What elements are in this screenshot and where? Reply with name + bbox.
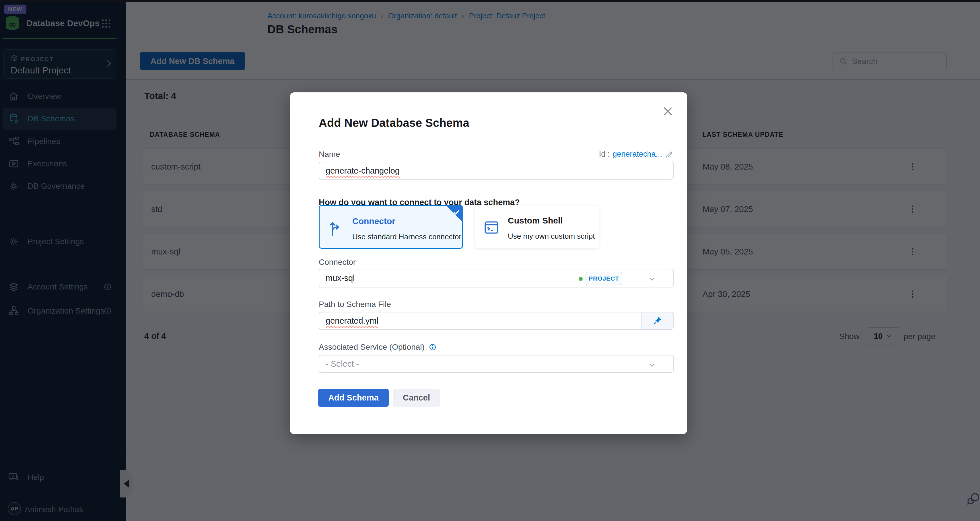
check-icon xyxy=(452,208,461,216)
path-value: generated.yml xyxy=(326,316,379,326)
name-input[interactable]: generate-changelog xyxy=(319,162,674,180)
associated-service-label: Associated Service (Optional) xyxy=(319,343,425,352)
chevron-down-icon xyxy=(648,275,656,283)
cancel-button[interactable]: Cancel xyxy=(393,389,440,407)
name-value: generate-changelog xyxy=(326,166,399,175)
add-db-schema-modal: Add New Database Schema Name Id : genera… xyxy=(290,92,687,434)
id-prefix: Id : xyxy=(599,150,610,159)
modal-title: Add New Database Schema xyxy=(319,116,469,129)
edit-pencil-icon[interactable] xyxy=(665,150,674,159)
option-subtitle: Use my own custom script xyxy=(508,232,595,241)
connector-label: Connector xyxy=(319,258,356,267)
connector-select[interactable]: mux-sql PROJECT xyxy=(319,269,674,287)
pin-icon xyxy=(653,316,662,326)
connector-value: mux-sql xyxy=(326,273,355,283)
path-input[interactable]: generated.yml xyxy=(319,312,674,330)
pin-section[interactable] xyxy=(641,312,673,329)
info-icon[interactable] xyxy=(429,343,437,351)
service-placeholder: - Select - xyxy=(326,359,359,369)
option-card-custom-shell[interactable]: Custom Shell Use my own custom script xyxy=(475,205,599,249)
status-dot xyxy=(579,277,583,281)
id-value-link[interactable]: generatecha... xyxy=(612,150,662,159)
close-icon[interactable] xyxy=(662,105,674,118)
id-line: Id : generatecha... xyxy=(319,150,674,159)
associated-service-row: Associated Service (Optional) xyxy=(319,343,437,352)
option-title: Connector xyxy=(352,216,395,226)
connector-fork-arrows-icon xyxy=(328,218,345,237)
add-schema-button[interactable]: Add Schema xyxy=(318,389,389,407)
option-subtitle: Use standard Harness connector xyxy=(352,233,461,241)
option-card-connector[interactable]: Connector Use standard Harness connector xyxy=(319,205,463,249)
option-title: Custom Shell xyxy=(508,216,563,226)
terminal-icon xyxy=(483,219,500,236)
associated-service-select[interactable]: - Select - xyxy=(319,355,674,373)
chevron-down-icon xyxy=(648,361,656,369)
scope-badge: PROJECT xyxy=(585,272,622,285)
path-label: Path to Schema File xyxy=(319,300,391,309)
